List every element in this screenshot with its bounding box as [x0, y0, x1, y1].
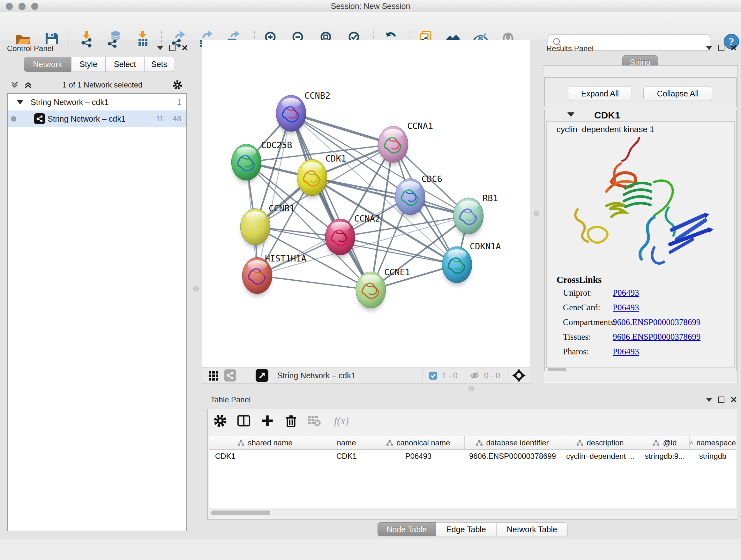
- function-builder-button-disabled[interactable]: f(x): [329, 414, 354, 428]
- node-gloss: [302, 162, 322, 172]
- node-label-CDK1: CDK1: [326, 153, 346, 164]
- collapse-all-icon[interactable]: [10, 80, 19, 89]
- cell-database-identifier: 9606.ENSP00000378699: [465, 450, 560, 462]
- import-table-file-button[interactable]: [134, 30, 152, 48]
- table-row[interactable]: CDK1 CDK1 P06493 9606.ENSP00000378699 cy…: [209, 450, 736, 462]
- delete-table-button-disabled[interactable]: [307, 414, 321, 428]
- grid-view-icon[interactable]: [208, 370, 219, 381]
- panel-close-icon[interactable]: ✕: [730, 397, 737, 402]
- crosslink-label: Uniprot:: [563, 288, 592, 298]
- network-edge-CCNB2-CCNE1[interactable]: [291, 113, 371, 290]
- network-collection-row[interactable]: String Network – cdk1 1: [8, 94, 186, 111]
- node-label-CDC25B: CDC25B: [261, 140, 292, 150]
- hidden-eye-icon[interactable]: [469, 371, 480, 380]
- column-header-id[interactable]: @id: [640, 436, 690, 449]
- gear-icon[interactable]: [172, 80, 183, 90]
- delete-column-button[interactable]: [284, 414, 298, 428]
- delete-table-icon: [307, 414, 321, 428]
- crosslink-label: Pharos:: [563, 347, 589, 357]
- tab-edge-table[interactable]: Edge Table: [436, 522, 496, 537]
- node-gloss: [246, 211, 265, 222]
- column-header-namespace[interactable]: namespace: [690, 436, 736, 449]
- fit-selected-crosshair-icon[interactable]: [512, 368, 526, 382]
- table-header-row: shared name name canonical name database…: [209, 436, 736, 450]
- network-row-selected[interactable]: String Network – cdk1 11 48: [8, 111, 186, 127]
- network-list: String Network – cdk1 1 String Network –…: [7, 93, 187, 531]
- crosslink-value[interactable]: P06493: [613, 303, 639, 313]
- cell-description: cyclin–dependent ...: [560, 450, 640, 462]
- network-edge-CCNE1-HIST1H1A[interactable]: [257, 275, 371, 290]
- network-edge-CCNB2-CCNA1[interactable]: [291, 113, 393, 144]
- entry-collapse-icon[interactable]: [567, 112, 575, 117]
- tab-network-table[interactable]: Network Table: [496, 522, 568, 537]
- column-header-name[interactable]: name: [321, 436, 372, 449]
- tab-sets[interactable]: Sets: [144, 57, 174, 72]
- node-label-CCNB1: CCNB1: [269, 203, 294, 213]
- table-settings-button[interactable]: [213, 414, 227, 428]
- tab-style[interactable]: Style: [71, 57, 106, 72]
- results-hscrollbar-thumb[interactable]: [548, 368, 566, 371]
- results-panel-window-controls: ✕: [706, 45, 737, 51]
- control-panel-window-controls: ✕: [157, 45, 188, 51]
- node-label-CCNA2: CCNA2: [354, 213, 380, 224]
- panel-menu-icon[interactable]: [157, 46, 163, 50]
- panel-close-icon[interactable]: ✕: [730, 45, 737, 51]
- horizontal-splitter-handle[interactable]: [468, 386, 474, 391]
- panel-menu-icon[interactable]: [706, 398, 712, 402]
- tab-select[interactable]: Select: [106, 57, 144, 72]
- node-gloss: [401, 181, 420, 192]
- gene-description: cyclin–dependent kinase 1: [556, 125, 654, 134]
- column-header-canonical-name[interactable]: canonical name: [372, 436, 465, 449]
- column-header-description[interactable]: description: [560, 436, 640, 449]
- cell-canonical-name: P06493: [372, 450, 465, 462]
- node-gloss: [331, 222, 350, 232]
- hidden-count: 0 - 0: [484, 371, 500, 380]
- share-view-icon[interactable]: [224, 369, 236, 381]
- separator: [507, 367, 508, 384]
- vertical-splitter-handle[interactable]: [534, 211, 539, 216]
- vertical-splitter-handle[interactable]: [193, 286, 199, 292]
- import-database-icon: [105, 30, 123, 48]
- column-tree-icon: [386, 439, 393, 446]
- cell-shared-name: CDK1: [209, 450, 321, 462]
- trash-icon: [284, 414, 298, 428]
- node-gloss: [248, 260, 267, 270]
- crosslink-value[interactable]: 9606.ENSP00000378699: [613, 317, 700, 327]
- collapse-all-button[interactable]: Collapse All: [643, 86, 712, 101]
- separator: [422, 367, 423, 384]
- panel-float-icon[interactable]: [718, 45, 724, 51]
- panel-float-icon[interactable]: [169, 45, 176, 51]
- toolbar-separator: [69, 29, 69, 48]
- crosslink-value[interactable]: P06493: [613, 288, 639, 298]
- selected-checkbox[interactable]: [429, 372, 437, 380]
- import-network-database-button[interactable]: [105, 30, 123, 48]
- expand-all-icon[interactable]: [23, 80, 32, 89]
- gene-name: CDK1: [594, 110, 620, 121]
- import-network-file-button[interactable]: [78, 30, 96, 48]
- crosslink-value[interactable]: 9606.ENSP00000378699: [613, 332, 700, 342]
- panel-menu-icon[interactable]: [706, 46, 712, 50]
- create-column-button[interactable]: [260, 414, 274, 428]
- column-tree-icon: [690, 439, 693, 446]
- collection-expand-icon[interactable]: [17, 100, 23, 105]
- show-column-button[interactable]: [237, 414, 251, 428]
- network-canvas[interactable]: CCNB2CCNA1CDC25BCDK1CDC6RB1CCNB1CCNA2CDK…: [202, 40, 530, 367]
- network-view-title: String Network – cdk1: [277, 371, 355, 380]
- control-panel-tabs: Network Style Select Sets: [24, 57, 174, 72]
- tab-node-table[interactable]: Node Table: [378, 522, 436, 537]
- table-hscrollbar-thumb[interactable]: [211, 510, 270, 515]
- crosslink-value[interactable]: P06493: [613, 347, 639, 357]
- panel-close-icon[interactable]: ✕: [181, 45, 188, 51]
- birdseye-toggle-icon[interactable]: [256, 369, 268, 382]
- node-label-CCNB2: CCNB2: [305, 91, 330, 101]
- network-view-toolbar: String Network – cdk1 1 - 0 0 - 0: [202, 367, 530, 384]
- panel-float-icon[interactable]: [718, 396, 724, 403]
- network-node-count: 11: [156, 114, 164, 123]
- network-graph: CCNB2CCNA1CDC25BCDK1CDC6RB1CCNB1CCNA2CDK…: [202, 40, 530, 367]
- column-header-database-identifier[interactable]: database identifier: [465, 436, 560, 449]
- separator: [244, 367, 244, 384]
- table-hscrollbar[interactable]: [209, 509, 736, 516]
- expand-all-button[interactable]: Expand All: [568, 86, 632, 101]
- column-header-shared-name[interactable]: shared name: [209, 436, 321, 449]
- tab-network[interactable]: Network: [24, 57, 71, 72]
